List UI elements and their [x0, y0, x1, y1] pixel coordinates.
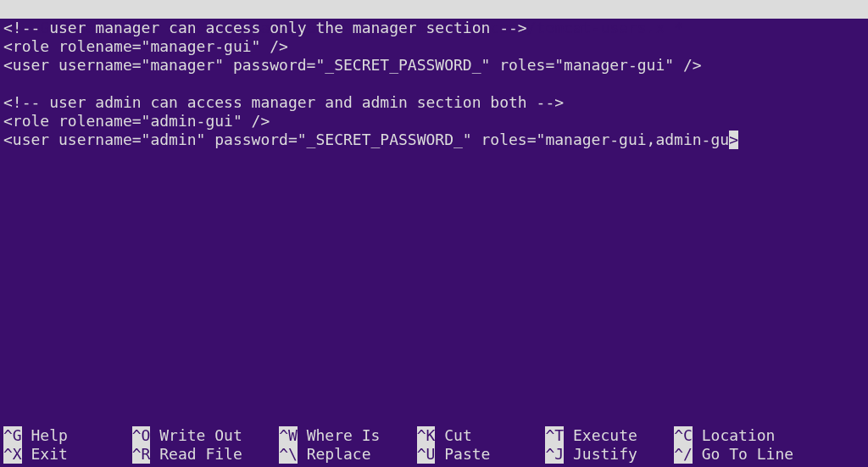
- shortcut-label: Justify: [564, 445, 674, 464]
- shortcut-key: ^T: [545, 426, 564, 445]
- shortcut-location[interactable]: ^C Location: [674, 426, 803, 445]
- line-continuation-icon: >: [729, 131, 738, 149]
- shortcut-label: Paste: [435, 445, 545, 464]
- shortcut-key: ^G: [3, 426, 22, 445]
- shortcut-key: ^C: [674, 426, 693, 445]
- nano-terminal: GNU nano 6.2 /opt/tomcat/apache-tomcat-1…: [0, 0, 868, 467]
- shortcut-key: ^/: [674, 445, 693, 464]
- editor-line[interactable]: <role rolename="admin-gui" />: [3, 112, 868, 131]
- shortcut-label: Go To Line: [693, 445, 803, 464]
- shortcut-key: ^K: [417, 426, 436, 445]
- shortcut-execute[interactable]: ^T Execute: [545, 426, 674, 445]
- shortcut-row-1: ^G Help ^O Write Out ^W Where Is ^K Cut …: [3, 426, 868, 445]
- shortcut-paste[interactable]: ^U Paste: [417, 445, 546, 464]
- shortcut-label: Execute: [564, 426, 674, 445]
- shortcut-key: ^J: [545, 445, 564, 464]
- shortcut-key: ^O: [132, 426, 151, 445]
- nano-titlebar: GNU nano 6.2 /opt/tomcat/apache-tomcat-1…: [0, 0, 868, 19]
- shortcut-justify[interactable]: ^J Justify: [545, 445, 674, 464]
- shortcut-read-file[interactable]: ^R Read File: [132, 445, 279, 464]
- shortcut-key: ^\: [279, 445, 298, 464]
- shortcut-key: ^R: [132, 445, 151, 464]
- editor-line[interactable]: <!-- user admin can access manager and a…: [3, 93, 868, 112]
- editor-line[interactable]: <role rolename="manager-gui" />: [3, 37, 868, 56]
- shortcut-label: Exit: [22, 445, 132, 464]
- shortcut-key: ^U: [417, 445, 436, 464]
- shortcut-exit[interactable]: ^X Exit: [3, 445, 132, 464]
- shortcut-label: Help: [22, 426, 132, 445]
- shortcut-key: ^W: [279, 426, 298, 445]
- shortcut-help[interactable]: ^G Help: [3, 426, 132, 445]
- shortcut-label: Read File: [150, 445, 279, 464]
- shortcut-label: Cut: [435, 426, 545, 445]
- editor-line[interactable]: [3, 75, 868, 93]
- shortcut-label: Location: [693, 426, 803, 445]
- editor-line[interactable]: <user username="manager" password="_SECR…: [3, 56, 868, 75]
- editor-line[interactable]: <user username="admin" password="_SECRET…: [3, 131, 868, 149]
- editor-line[interactable]: <!-- user manager can access only the ma…: [3, 19, 868, 37]
- shortcut-write-out[interactable]: ^O Write Out: [132, 426, 279, 445]
- editor-area[interactable]: <!-- user manager can access only the ma…: [0, 19, 868, 149]
- shortcut-bar: ^G Help ^O Write Out ^W Where Is ^K Cut …: [0, 426, 868, 464]
- shortcut-label: Replace: [298, 445, 417, 464]
- shortcut-row-2: ^X Exit ^R Read File ^\ Replace ^U Paste…: [3, 445, 868, 464]
- shortcut-cut[interactable]: ^K Cut: [417, 426, 546, 445]
- shortcut-where-is[interactable]: ^W Where Is: [279, 426, 417, 445]
- shortcut-label: Write Out: [150, 426, 279, 445]
- shortcut-replace[interactable]: ^\ Replace: [279, 445, 417, 464]
- shortcut-go-to-line[interactable]: ^/ Go To Line: [674, 445, 803, 464]
- shortcut-label: Where Is: [298, 426, 417, 445]
- modified-indicator: *: [674, 19, 683, 36]
- shortcut-key: ^X: [3, 445, 22, 464]
